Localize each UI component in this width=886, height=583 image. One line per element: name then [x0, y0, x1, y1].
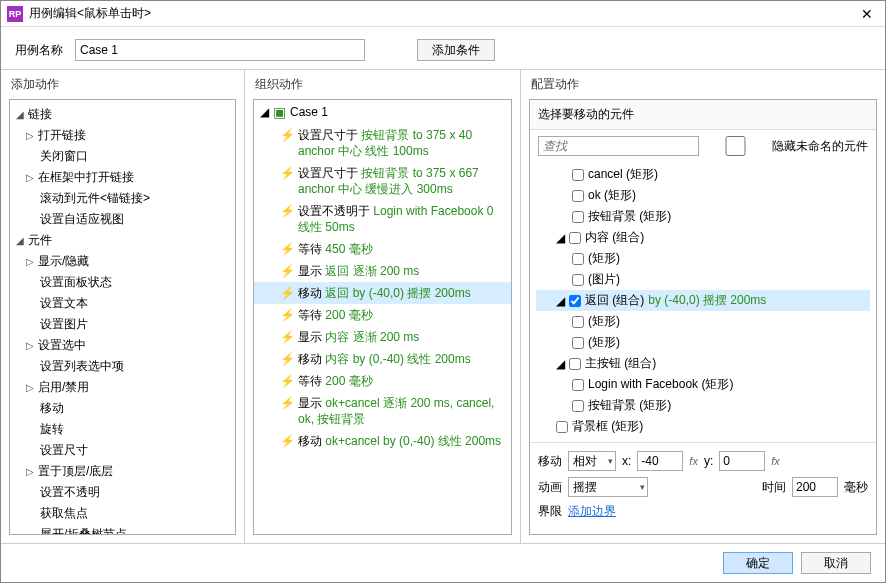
- col2-header: 组织动作: [245, 70, 520, 99]
- tree-link[interactable]: ◢链接: [12, 104, 233, 125]
- config-box: 选择要移动的元件 隐藏未命名的元件 cancel (矩形) ok (矩形) 按钮…: [529, 99, 877, 535]
- widget-item[interactable]: (矩形): [536, 248, 870, 269]
- bolt-icon: ⚡: [280, 433, 292, 449]
- configure-panel: 配置动作 选择要移动的元件 隐藏未命名的元件 cancel (矩形) ok (矩…: [521, 70, 885, 543]
- tree-show-hide[interactable]: ▷显示/隐藏: [12, 251, 233, 272]
- name-row: 用例名称 添加条件: [1, 27, 885, 69]
- time-label: 时间: [762, 479, 786, 496]
- bolt-icon: ⚡: [280, 329, 292, 345]
- action-row-selected[interactable]: ⚡移动 返回 by (-40,0) 摇摆 200ms: [254, 282, 511, 304]
- anim-label: 动画: [538, 479, 562, 496]
- action-row[interactable]: ⚡移动 内容 by (0,-40) 线性 200ms: [254, 348, 511, 370]
- tree-open-frame[interactable]: ▷在框架中打开链接: [12, 167, 233, 188]
- fx-icon[interactable]: fx: [689, 455, 698, 467]
- anim-select[interactable]: 摇摆: [568, 477, 648, 497]
- add-bounds-link[interactable]: 添加边界: [568, 503, 616, 520]
- bolt-icon: ⚡: [280, 165, 292, 181]
- widget-item[interactable]: cancel (矩形): [536, 164, 870, 185]
- ok-button[interactable]: 确定: [723, 552, 793, 574]
- widget-item[interactable]: ok (矩形): [536, 185, 870, 206]
- action-row[interactable]: ⚡等待 200 毫秒: [254, 370, 511, 392]
- move-label: 移动: [538, 453, 562, 470]
- case-actions-tree[interactable]: ◢▣ Case 1 ⚡设置尺寸于 按钮背景 to 375 x 40 anchor…: [253, 99, 512, 535]
- case-row[interactable]: ◢▣ Case 1: [254, 100, 511, 124]
- case-name-input[interactable]: [75, 39, 365, 61]
- tree-adaptive-view[interactable]: 设置自适应视图: [12, 209, 233, 230]
- bolt-icon: ⚡: [280, 127, 292, 143]
- action-row[interactable]: ⚡设置不透明于 Login with Facebook 0 线性 50ms: [254, 200, 511, 238]
- tree-bring[interactable]: ▷置于顶层/底层: [12, 461, 233, 482]
- close-icon[interactable]: ✕: [855, 6, 879, 22]
- x-label: x:: [622, 454, 631, 468]
- add-action-panel: 添加动作 ◢链接 ▷打开链接 关闭窗口 ▷在框架中打开链接 滚动到元件<锚链接>…: [1, 70, 245, 543]
- widget-group[interactable]: ◢主按钮 (组合): [536, 353, 870, 374]
- tree-set-list[interactable]: 设置列表选中项: [12, 356, 233, 377]
- titlebar: RP 用例编辑<鼠标单击时> ✕: [1, 1, 885, 27]
- tree-expand[interactable]: 展开/折叠树节点: [12, 524, 233, 535]
- params-panel: 移动 相对 x: fx y: fx 动画 摇摆 时间: [530, 442, 876, 534]
- cancel-button[interactable]: 取消: [801, 552, 871, 574]
- search-input[interactable]: [538, 136, 699, 156]
- tree-open-link[interactable]: ▷打开链接: [12, 125, 233, 146]
- tree-close-window[interactable]: 关闭窗口: [12, 146, 233, 167]
- tree-rotate[interactable]: 旋转: [12, 419, 233, 440]
- tree-set-text[interactable]: 设置文本: [12, 293, 233, 314]
- dialog-title: 用例编辑<鼠标单击时>: [29, 5, 855, 22]
- bounds-label: 界限: [538, 503, 562, 520]
- col3-header: 配置动作: [521, 70, 885, 99]
- tree-focus[interactable]: 获取焦点: [12, 503, 233, 524]
- col1-header: 添加动作: [1, 70, 244, 99]
- y-input[interactable]: [719, 451, 765, 471]
- widget-group-selected[interactable]: ◢返回 (组合) by (-40,0) 摇摆 200ms: [536, 290, 870, 311]
- action-row[interactable]: ⚡移动 ok+cancel by (0,-40) 线性 200ms: [254, 430, 511, 452]
- widget-item[interactable]: (矩形): [536, 332, 870, 353]
- bolt-icon: ⚡: [280, 351, 292, 367]
- widget-item[interactable]: (矩形): [536, 311, 870, 332]
- bolt-icon: ⚡: [280, 203, 292, 219]
- tree-widget[interactable]: ◢元件: [12, 230, 233, 251]
- bolt-icon: ⚡: [280, 373, 292, 389]
- hide-unnamed-label: 隐藏未命名的元件: [772, 138, 868, 155]
- tree-set-image[interactable]: 设置图片: [12, 314, 233, 335]
- widget-group[interactable]: ◢内容 (组合): [536, 227, 870, 248]
- tree-set-size[interactable]: 设置尺寸: [12, 440, 233, 461]
- bolt-icon: ⚡: [280, 395, 292, 411]
- widget-item[interactable]: (图片): [536, 269, 870, 290]
- add-condition-button[interactable]: 添加条件: [417, 39, 495, 61]
- dialog: RP 用例编辑<鼠标单击时> ✕ 用例名称 添加条件 添加动作 ◢链接 ▷打开链…: [0, 0, 886, 583]
- tree-enable[interactable]: ▷启用/禁用: [12, 377, 233, 398]
- bolt-icon: ⚡: [280, 307, 292, 323]
- action-row[interactable]: ⚡等待 450 毫秒: [254, 238, 511, 260]
- tree-panel-state[interactable]: 设置面板状态: [12, 272, 233, 293]
- case-icon: ▣: [273, 104, 286, 120]
- action-row[interactable]: ⚡设置尺寸于 按钮背景 to 375 x 40 anchor 中心 线性 100…: [254, 124, 511, 162]
- tree-opacity[interactable]: 设置不透明: [12, 482, 233, 503]
- action-row[interactable]: ⚡设置尺寸于 按钮背景 to 375 x 667 anchor 中心 缓慢进入 …: [254, 162, 511, 200]
- fx-icon[interactable]: fx: [771, 455, 780, 467]
- tree-scroll-anchor[interactable]: 滚动到元件<锚链接>: [12, 188, 233, 209]
- columns: 添加动作 ◢链接 ▷打开链接 关闭窗口 ▷在框架中打开链接 滚动到元件<锚链接>…: [1, 69, 885, 544]
- widget-item[interactable]: Login with Facebook (矩形): [536, 374, 870, 395]
- tree-move[interactable]: 移动: [12, 398, 233, 419]
- action-row[interactable]: ⚡显示 ok+cancel 逐渐 200 ms, cancel, ok, 按钮背…: [254, 392, 511, 430]
- widget-item[interactable]: 按钮背景 (矩形): [536, 395, 870, 416]
- action-row[interactable]: ⚡等待 200 毫秒: [254, 304, 511, 326]
- action-tree[interactable]: ◢链接 ▷打开链接 关闭窗口 ▷在框架中打开链接 滚动到元件<锚链接> 设置自适…: [9, 99, 236, 535]
- tree-set-selected[interactable]: ▷设置选中: [12, 335, 233, 356]
- widget-item[interactable]: 背景框 (矩形): [536, 416, 870, 437]
- widget-tree[interactable]: cancel (矩形) ok (矩形) 按钮背景 (矩形) ◢内容 (组合) (…: [530, 162, 876, 442]
- name-label: 用例名称: [15, 42, 67, 59]
- move-type-select[interactable]: 相对: [568, 451, 616, 471]
- app-icon: RP: [7, 6, 23, 22]
- case-label: Case 1: [290, 105, 328, 119]
- action-row[interactable]: ⚡显示 内容 逐渐 200 ms: [254, 326, 511, 348]
- time-input[interactable]: [792, 477, 838, 497]
- search-row: 隐藏未命名的元件: [530, 130, 876, 162]
- footer: 确定 取消: [1, 544, 885, 582]
- bolt-icon: ⚡: [280, 285, 292, 301]
- bolt-icon: ⚡: [280, 263, 292, 279]
- action-row[interactable]: ⚡显示 返回 逐渐 200 ms: [254, 260, 511, 282]
- hide-unnamed-checkbox[interactable]: [705, 136, 766, 156]
- widget-item[interactable]: 按钮背景 (矩形): [536, 206, 870, 227]
- x-input[interactable]: [637, 451, 683, 471]
